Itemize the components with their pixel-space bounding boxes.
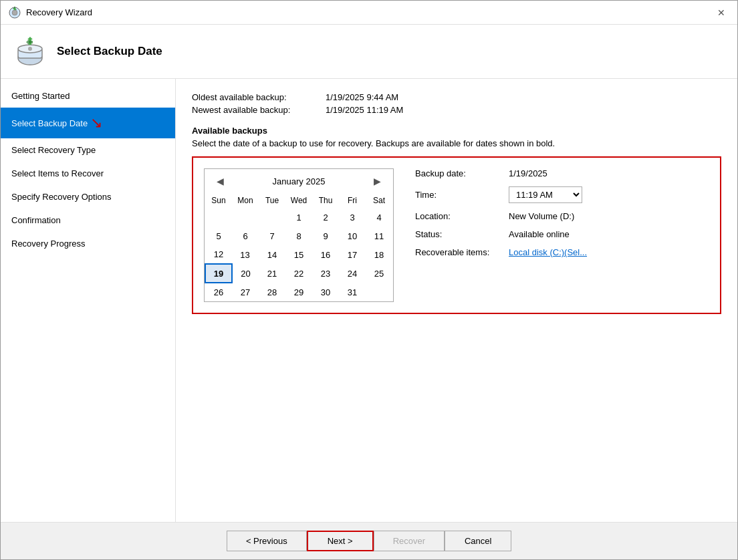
sidebar-item-select-items-to-recover[interactable]: Select Items to Recover [1, 162, 175, 185]
backup-date-row: Backup date: 1/19/2025 [415, 168, 709, 178]
calendar-day[interactable]: 25 [366, 264, 392, 283]
calendar-day[interactable]: 12 [205, 245, 232, 264]
footer: < Previous Next > Recover Cancel [1, 522, 737, 559]
oldest-value: 1/19/2025 9:44 AM [326, 92, 398, 102]
day-thu: Thu [312, 193, 339, 208]
calendar-day[interactable]: 31 [339, 283, 366, 301]
calendar-day[interactable]: 24 [339, 264, 366, 283]
calendar-day[interactable]: 26 [205, 283, 232, 301]
calendar-day[interactable]: 22 [285, 264, 312, 283]
wizard-icon [9, 7, 21, 19]
recoverable-label: Recoverable items: [415, 247, 509, 257]
calendar-day [205, 208, 232, 227]
calendar-day [232, 208, 259, 227]
calendar-week-0: 1234 [205, 208, 392, 227]
calendar-month-year: January 2025 [273, 176, 326, 186]
recoverable-row: Recoverable items: Local disk (C:)(Sel..… [415, 247, 709, 257]
main-content: Oldest available backup: 1/19/2025 9:44 … [176, 79, 737, 522]
oldest-label: Oldest available backup: [192, 92, 326, 102]
oldest-backup-row: Oldest available backup: 1/19/2025 9:44 … [192, 92, 721, 102]
calendar-day[interactable]: 2 [312, 208, 339, 227]
arrow-indicator: ↘ [90, 114, 102, 132]
section-desc: Select the date of a backup to use for r… [192, 138, 721, 148]
calendar-next-button[interactable]: ▶ [370, 174, 385, 188]
calendar-day[interactable]: 29 [285, 283, 312, 301]
recoverable-link[interactable]: Local disk (C:)(Sel... [509, 247, 587, 257]
sidebar-item-recovery-progress[interactable]: Recovery Progress [1, 232, 175, 255]
sidebar: Getting Started Select Backup Date ↘ Sel… [1, 79, 176, 522]
calendar-day[interactable]: 9 [312, 227, 339, 245]
recover-button[interactable]: Recover [374, 531, 445, 551]
calendar-day[interactable]: 23 [312, 264, 339, 283]
calendar-day[interactable]: 6 [232, 227, 259, 245]
sidebar-item-specify-recovery-options[interactable]: Specify Recovery Options [1, 185, 175, 208]
day-sat: Sat [366, 193, 392, 208]
location-label: Location: [415, 211, 509, 221]
calendar-day[interactable]: 17 [339, 245, 366, 264]
calendar-day [366, 283, 392, 301]
time-label: Time: [415, 190, 509, 200]
calendar-day[interactable]: 4 [366, 208, 392, 227]
title-bar-left: Recovery Wizard [9, 7, 92, 19]
calendar-week-1: 567891011 [205, 227, 392, 245]
backup-date-label: Backup date: [415, 168, 509, 178]
calendar-day[interactable]: 8 [285, 227, 312, 245]
calendar-day[interactable]: 27 [232, 283, 259, 301]
sidebar-item-getting-started[interactable]: Getting Started [1, 84, 175, 108]
calendar-day [259, 208, 285, 227]
calendar-day[interactable]: 10 [339, 227, 366, 245]
sidebar-item-select-backup-date[interactable]: Select Backup Date ↘ [1, 108, 175, 138]
header-wizard-icon [14, 35, 46, 67]
backup-panel: ◀ January 2025 ▶ Sun Mon Tue Wed Thu [192, 156, 721, 314]
calendar-day[interactable]: 13 [232, 245, 259, 264]
backup-date-value: 1/19/2025 [509, 168, 547, 178]
calendar-day[interactable]: 21 [259, 264, 285, 283]
time-row: Time: 11:19 AM 9:44 AM [415, 186, 709, 203]
calendar-day[interactable]: 15 [285, 245, 312, 264]
calendar-week-4: 262728293031 [205, 283, 392, 301]
app-icon-svg [9, 7, 21, 19]
calendar-prev-button[interactable]: ◀ [213, 174, 228, 188]
calendar-header: ◀ January 2025 ▶ [205, 169, 393, 193]
calendar-day[interactable]: 5 [205, 227, 232, 245]
status-value: Available online [509, 229, 570, 239]
day-tue: Tue [259, 193, 285, 208]
page-title: Select Backup Date [57, 45, 162, 58]
location-value: New Volume (D:) [509, 211, 574, 221]
header-icon [14, 35, 46, 67]
sidebar-active-label: Select Backup Date [11, 118, 88, 128]
sidebar-item-confirmation[interactable]: Confirmation [1, 208, 175, 232]
calendar-day[interactable]: 11 [366, 227, 392, 245]
header-area: Select Backup Date [1, 25, 737, 79]
calendar-day[interactable]: 18 [366, 245, 392, 264]
calendar-day[interactable]: 7 [259, 227, 285, 245]
day-mon: Mon [232, 193, 259, 208]
calendar-day[interactable]: 1 [285, 208, 312, 227]
title-bar: Recovery Wizard ✕ [1, 1, 737, 25]
calendar-week-3: 19202122232425 [205, 264, 392, 283]
recovery-wizard-window: Recovery Wizard ✕ Select Backup Date Get… [0, 0, 738, 560]
previous-button[interactable]: < Previous [227, 531, 307, 551]
calendar-day[interactable]: 28 [259, 283, 285, 301]
sidebar-item-select-recovery-type[interactable]: Select Recovery Type [1, 138, 175, 162]
calendar-day[interactable]: 19 [205, 264, 232, 283]
close-button[interactable]: ✕ [713, 5, 729, 21]
calendar-day[interactable]: 16 [312, 245, 339, 264]
calendar-container: ◀ January 2025 ▶ Sun Mon Tue Wed Thu [204, 168, 394, 302]
calendar-days-header: Sun Mon Tue Wed Thu Fri Sat [205, 193, 392, 208]
window-title: Recovery Wizard [26, 7, 92, 17]
calendar-day[interactable]: 14 [259, 245, 285, 264]
newest-label: Newest available backup: [192, 105, 326, 115]
content-area: Getting Started Select Backup Date ↘ Sel… [1, 79, 737, 522]
location-row: Location: New Volume (D:) [415, 211, 709, 221]
svg-point-1 [12, 10, 17, 15]
calendar-day[interactable]: 3 [339, 208, 366, 227]
details-panel: Backup date: 1/19/2025 Time: 11:19 AM 9:… [415, 168, 709, 265]
cancel-button[interactable]: Cancel [445, 531, 511, 551]
status-row: Status: Available online [415, 229, 709, 239]
time-select[interactable]: 11:19 AM 9:44 AM [509, 186, 582, 203]
calendar-day[interactable]: 30 [312, 283, 339, 301]
calendar-day[interactable]: 20 [232, 264, 259, 283]
next-button[interactable]: Next > [307, 531, 374, 551]
calendar-body: 1234567891011121314151617181920212223242… [205, 208, 392, 301]
